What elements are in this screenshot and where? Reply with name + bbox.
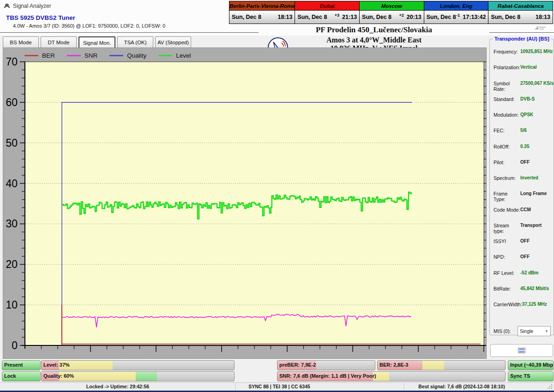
transponder-row: Standard:DVB-S	[494, 96, 554, 112]
clock-1: Berlin-Paris-Vienna-RomaSun, Dec 818:13	[229, 1, 295, 24]
gauge-fill-segment	[422, 361, 444, 370]
snr-gauge: SNR: 7,6 dB (Margin: 1,1 dB | Very Poor)	[277, 371, 506, 381]
svg-text:0: 0	[12, 339, 18, 351]
preber-gauge: preBER: 7,9E-2	[277, 360, 375, 370]
transponder-row-label: Stream type:	[494, 223, 520, 234]
transponder-row-value: OFF	[520, 238, 530, 244]
toolbar-button-signal-mon-[interactable]: Signal Mon.	[78, 36, 115, 49]
clock-time: Sun, Dec 8-117:13:42	[424, 11, 488, 24]
transponder-row-label: Standard:	[494, 96, 520, 102]
transponder-row-value: OFF	[520, 160, 530, 165]
toolbar-button-tsa-ok-[interactable]: TSA (OK)	[117, 36, 153, 48]
legend-item-quality[interactable]: Quality	[109, 52, 146, 59]
input-bitrate-indicator: Input (~40,39 Mbps)	[508, 360, 554, 370]
transponder-row-label: Spectrum:	[494, 175, 520, 181]
toolbar-button-av-stopped-[interactable]: AV (Stopped)	[155, 36, 191, 48]
legend-swatch	[158, 55, 172, 56]
svg-text:10: 10	[6, 299, 18, 311]
clock-time: Sun, Dec 8+220:13	[360, 11, 424, 24]
transponder-row-label: Modulation:	[494, 112, 520, 118]
clock-time: Sun, Dec 8+321:13	[295, 11, 359, 24]
legend-item-snr[interactable]: SNR	[67, 52, 98, 59]
tuner-title: TBS 5925 DVBS2 Tuner	[6, 14, 75, 21]
legend-label: BER	[42, 52, 55, 59]
legend-item-level[interactable]: Level	[158, 52, 191, 59]
transponder-row-label: NPD:	[494, 254, 520, 260]
clock-city-label: Moscow	[360, 1, 424, 11]
transponder-row: FEC:5/6	[494, 128, 554, 143]
toolbar-button-dt-mode[interactable]: DT Mode	[41, 36, 77, 48]
transponder-row-value: Inverted	[520, 175, 538, 180]
mis-select-value: Single	[520, 328, 533, 334]
legend-label: Level	[176, 52, 191, 59]
transponder-row: Modulation:QPSK	[494, 112, 554, 128]
transponder-row-value: DVB-S	[520, 96, 535, 101]
transponder-row: CarrierWidth:37,125 MHz	[494, 302, 554, 317]
legend-swatch	[24, 55, 38, 56]
statusbar-divider	[404, 383, 405, 390]
transponder-row-label: RollOff:	[494, 144, 520, 149]
svg-text:70: 70	[6, 56, 18, 68]
transponder-row: Stream type:Transport	[494, 223, 554, 238]
heading-line2: Amos 3 at 4,0°W_Middle East	[270, 36, 478, 44]
quality-gauge: Quality: 60%	[41, 371, 235, 381]
signal-analyzer-window: Signal Analyzer TBS 5925 DVBS2 Tuner 4.0…	[0, 0, 554, 392]
svg-text:30: 30	[6, 218, 18, 230]
mis-select[interactable]: Single ▼	[518, 326, 551, 336]
ts-list-icon	[518, 348, 525, 353]
transponder-row-label: CarrierWidth:	[494, 302, 522, 307]
transponder-row-value: 45,842 Mbit/s	[520, 286, 549, 291]
clock-city-label: Dubai	[295, 1, 359, 11]
signal-chart-plot: 010203040506070	[3, 48, 486, 358]
signal-chart-widget: 010203040506070 BERSNRQualityLevel	[3, 48, 487, 359]
world-clocks-panel: Berlin-Paris-Vienna-RomaSun, Dec 818:13D…	[229, 1, 553, 24]
transponder-row: RollOff:0.35	[494, 144, 554, 160]
transponder-row: Spectrum:Inverted	[494, 175, 554, 191]
svg-text:20: 20	[6, 258, 18, 270]
clock-time: Sun, Dec 818:13	[229, 11, 295, 24]
transponder-row: RF Level:-52 dBm	[494, 270, 554, 286]
transponder-row-value: QPSK	[520, 112, 533, 117]
transponder-row-value: 37,125 MHz	[522, 302, 547, 307]
transponder-row-label: BitRate:	[494, 286, 520, 291]
transponder-row-label: Polarization:	[494, 65, 520, 70]
transponder-row-value: Transport	[520, 223, 542, 228]
transponder-row-value: 0.35	[520, 144, 529, 149]
transponder-row: BitRate:45,842 Mbit/s	[494, 286, 554, 302]
clock-5: Rabat-CasablancaSun, Dec 818:13	[488, 1, 553, 24]
transport-stream-button[interactable]	[490, 344, 553, 357]
legend-label: Quality	[127, 52, 146, 59]
transponder-row: Code Mode:CCM	[494, 207, 554, 223]
transponder-row-label: Symbol Rate:	[494, 81, 520, 92]
transponder-rows: Frequency:10925,851 MHzPolarization:Vert…	[494, 49, 554, 317]
gauge-label: Input (~40,39 Mbps)	[510, 361, 554, 369]
present-indicator: Present	[2, 360, 41, 370]
resize-grip[interactable]	[548, 384, 553, 389]
mode-toolbar: BS ModeDT ModeSignal Mon.TSA (OK)AV (Sto…	[3, 36, 191, 49]
chevron-down-icon: ▼	[545, 329, 548, 333]
heading-line1: PF Prodelin 450_Lučenec/Slovakia	[259, 25, 489, 35]
transponder-row-value: -52 dBm	[520, 270, 538, 275]
clock-4: London, EngSun, Dec 8-117:13:42	[424, 1, 489, 24]
status-bar: Locked -> Uptime: 29:42:56 SYNC 88 | TEI…	[0, 382, 554, 391]
toolbar-button-bs-mode[interactable]: BS Mode	[3, 36, 39, 48]
transponder-row: Pilot:OFF	[494, 160, 554, 175]
transponder-row-label: Frequency:	[494, 49, 520, 54]
legend-item-ber[interactable]: BER	[24, 52, 55, 59]
gauge-fill-segment	[136, 372, 157, 381]
clock-city-label: London, Eng	[424, 1, 488, 11]
transponder-row-value: 27500,067 KS/s	[520, 81, 554, 86]
transponder-row-label: ISSYI	[494, 238, 520, 244]
transponder-row: NPD:OFF	[494, 254, 554, 270]
transponder-row-label: FEC:	[494, 128, 520, 133]
transponder-row-value: 5/6	[520, 128, 527, 133]
transponder-panel: Transponder (AU) [BS] Frequency:10925,85…	[489, 39, 554, 335]
statusbar-divider	[235, 383, 236, 390]
clock-city-label: Berlin-Paris-Vienna-Roma	[229, 1, 295, 11]
clock-2: DubaiSun, Dec 8+321:13	[295, 1, 360, 24]
transponder-row-value: CCM	[520, 207, 531, 212]
transponder-row: Frame Type:Long Frame	[494, 191, 554, 207]
gauge-label: BER: 2,8E-3	[379, 361, 408, 369]
transponder-row-label: Pilot:	[494, 160, 520, 165]
transponder-panel-title: Transponder (AU) [BS]	[493, 36, 551, 42]
